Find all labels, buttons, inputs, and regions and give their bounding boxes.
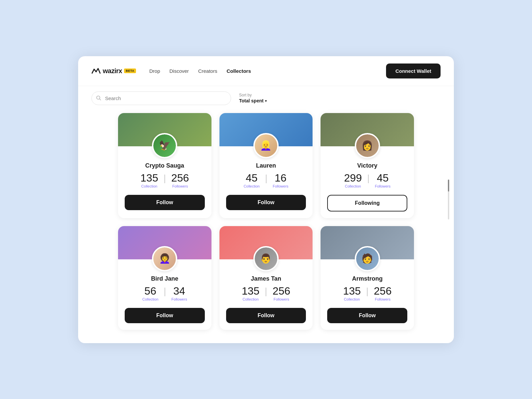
card-name-bird-jane: Bird Jane — [151, 275, 178, 282]
card-banner-bird-jane: 👩‍🦱 — [118, 226, 211, 259]
card-banner-armstrong: 🧑 — [321, 226, 414, 259]
nav-item-discover[interactable]: Discover — [170, 68, 189, 74]
search-wrapper — [91, 91, 231, 105]
avatar-james-tan: 👨 — [253, 246, 279, 271]
avatar-armstrong: 🧑 — [355, 246, 380, 271]
beta-badge: BETA — [124, 68, 136, 73]
avatar-img-armstrong: 🧑 — [356, 247, 379, 270]
nav-item-creators[interactable]: Creators — [198, 68, 217, 74]
card-stats-bird-jane: 56 Collection | 34 Followers — [142, 286, 187, 301]
header: wazirx BETA Drop Discover Creators Colle… — [78, 56, 454, 86]
avatar-img-crypto-sauga: 🦅 — [153, 134, 176, 157]
stat-collection-crypto-sauga: 135 Collection — [140, 173, 158, 188]
stat-followers-james-tan: 256 Followers — [273, 286, 290, 301]
card-banner-lauren: 👱‍♀️ — [219, 113, 313, 146]
header-right: Connect Wallet — [386, 64, 441, 78]
card-stats-crypto-sauga: 135 Collection | 256 Followers — [140, 173, 189, 188]
sort-label: Sort by — [239, 93, 267, 97]
avatar-lauren: 👱‍♀️ — [253, 133, 279, 158]
avatar-img-bird-jane: 👩‍🦱 — [153, 247, 176, 270]
follow-button-lauren[interactable]: Follow — [226, 195, 306, 210]
stat-followers-bird-jane: 34 Followers — [172, 286, 187, 301]
card-banner-crypto-sauga: 🦅 — [118, 113, 211, 146]
chevron-down-icon: ▾ — [265, 99, 267, 103]
logo-area: wazirx BETA — [91, 67, 136, 75]
stat-divider-victory: | — [367, 174, 369, 183]
card-name-james-tan: James Tan — [251, 275, 281, 282]
follow-button-armstrong[interactable]: Follow — [327, 308, 407, 323]
logo-text: wazirx — [103, 67, 122, 75]
nav-item-collectors[interactable]: Collectors — [226, 68, 251, 74]
card-name-armstrong: Armstrong — [352, 275, 383, 282]
card-name-lauren: Lauren — [256, 162, 276, 169]
card-stats-armstrong: 135 Collection | 256 Followers — [343, 286, 392, 301]
scrollbar-track[interactable] — [448, 180, 449, 219]
collector-card-crypto-sauga: 🦅 Crypto Sauga 135 Collection | 256 Foll… — [118, 113, 211, 218]
stat-collection-victory: 299 Collection — [344, 173, 362, 188]
avatar-img-james-tan: 👨 — [255, 247, 277, 270]
stat-divider-bird-jane: | — [164, 287, 166, 296]
avatar-crypto-sauga: 🦅 — [152, 133, 177, 158]
stat-followers-victory: 45 Followers — [375, 173, 390, 188]
stat-followers-lauren: 16 Followers — [273, 173, 288, 188]
collector-card-victory: 👩 Victory 299 Collection | 45 Followers … — [321, 113, 414, 218]
stat-divider-armstrong: | — [366, 287, 368, 296]
card-stats-lauren: 45 Collection | 16 Followers — [244, 173, 289, 188]
collector-card-james-tan: 👨 James Tan 135 Collection | 256 Followe… — [219, 226, 313, 330]
stat-collection-lauren: 45 Collection — [244, 173, 260, 188]
follow-button-james-tan[interactable]: Follow — [226, 308, 306, 323]
card-name-crypto-sauga: Crypto Sauga — [145, 162, 184, 169]
avatar-img-victory: 👩 — [356, 134, 379, 157]
collector-card-bird-jane: 👩‍🦱 Bird Jane 56 Collection | 34 Followe… — [118, 226, 211, 330]
stat-collection-bird-jane: 56 Collection — [142, 286, 158, 301]
follow-button-victory[interactable]: Following — [327, 195, 407, 211]
wazirx-logo-icon — [91, 67, 101, 74]
card-banner-james-tan: 👨 — [219, 226, 313, 259]
stat-collection-armstrong: 135 Collection — [343, 286, 361, 301]
follow-button-bird-jane[interactable]: Follow — [125, 308, 205, 323]
avatar-bird-jane: 👩‍🦱 — [152, 246, 177, 271]
stat-collection-james-tan: 135 Collection — [242, 286, 259, 301]
avatar-img-lauren: 👱‍♀️ — [255, 134, 277, 157]
nav-item-drop[interactable]: Drop — [149, 68, 160, 74]
card-stats-victory: 299 Collection | 45 Followers — [344, 173, 391, 188]
follow-button-crypto-sauga[interactable]: Follow — [125, 195, 205, 210]
collector-card-lauren: 👱‍♀️ Lauren 45 Collection | 16 Followers… — [219, 113, 313, 218]
app-window: wazirx BETA Drop Discover Creators Colle… — [78, 56, 454, 343]
search-sort-bar: Sort by Total spent ▾ — [78, 86, 454, 113]
search-icon — [96, 95, 101, 101]
stat-followers-armstrong: 256 Followers — [374, 286, 391, 301]
search-input[interactable] — [91, 91, 231, 105]
sort-area: Sort by Total spent ▾ — [239, 93, 267, 103]
card-banner-victory: 👩 — [321, 113, 414, 146]
sort-dropdown[interactable]: Total spent ▾ — [239, 98, 267, 103]
svg-line-1 — [100, 99, 101, 100]
stat-divider-crypto-sauga: | — [164, 174, 166, 183]
stat-divider-james-tan: | — [265, 287, 267, 296]
main-nav: Drop Discover Creators Collectors — [149, 68, 251, 74]
scrollbar-thumb — [448, 180, 449, 192]
stat-followers-crypto-sauga: 256 Followers — [171, 173, 189, 188]
avatar-victory: 👩 — [355, 133, 380, 158]
card-name-victory: Victory — [357, 162, 377, 169]
collector-card-armstrong: 🧑 Armstrong 135 Collection | 256 Followe… — [321, 226, 414, 330]
card-stats-james-tan: 135 Collection | 256 Followers — [242, 286, 290, 301]
cards-grid: 🦅 Crypto Sauga 135 Collection | 256 Foll… — [78, 113, 454, 343]
stat-divider-lauren: | — [265, 174, 267, 183]
connect-wallet-button[interactable]: Connect Wallet — [386, 64, 441, 78]
